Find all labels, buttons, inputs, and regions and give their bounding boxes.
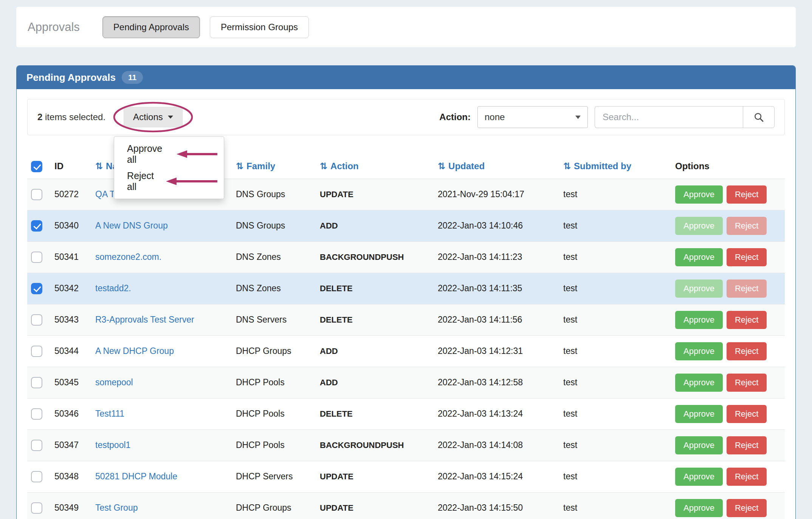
cell-submitted-by: test bbox=[559, 273, 671, 304]
search-button[interactable] bbox=[743, 106, 775, 128]
page-title: Approvals bbox=[28, 20, 80, 34]
reject-button[interactable]: Reject bbox=[727, 217, 767, 235]
row-checkbox[interactable] bbox=[31, 408, 42, 420]
approve-button[interactable]: Approve bbox=[675, 405, 723, 423]
action-select[interactable]: none bbox=[477, 106, 588, 128]
reject-button[interactable]: Reject bbox=[727, 342, 767, 360]
cell-family: DNS Groups bbox=[232, 210, 316, 241]
row-checkbox[interactable] bbox=[31, 346, 42, 357]
approve-button[interactable]: Approve bbox=[675, 311, 723, 329]
approve-button[interactable]: Approve bbox=[675, 280, 723, 298]
approve-button[interactable]: Approve bbox=[675, 342, 723, 360]
approve-button[interactable]: Approve bbox=[675, 374, 723, 392]
cell-updated: 2022-Jan-03 14:11:56 bbox=[434, 304, 559, 335]
actions-dropdown-button[interactable]: Actions bbox=[124, 107, 183, 127]
sort-icon: ⇅ bbox=[563, 161, 571, 171]
approve-button[interactable]: Approve bbox=[675, 436, 723, 454]
cell-action: DELETE bbox=[316, 398, 434, 429]
column-header-submitted-by[interactable]: ⇅Submitted by bbox=[559, 154, 671, 179]
cell-updated: 2022-Jan-03 14:15:50 bbox=[434, 492, 559, 519]
row-options: ApproveReject bbox=[675, 248, 781, 266]
column-header-action[interactable]: ⇅Action bbox=[316, 154, 434, 179]
tab-permission-groups[interactable]: Permission Groups bbox=[210, 16, 309, 38]
cell-submitted-by: test bbox=[559, 304, 671, 335]
row-options: ApproveReject bbox=[675, 280, 781, 298]
sort-icon: ⇅ bbox=[438, 161, 445, 171]
selected-suffix: items selected. bbox=[42, 112, 105, 122]
cell-id: 50345 bbox=[51, 367, 91, 398]
cell-updated: 2022-Jan-03 14:11:35 bbox=[434, 273, 559, 304]
menu-item-label: Reject all bbox=[127, 170, 163, 192]
reject-button[interactable]: Reject bbox=[727, 405, 767, 423]
cell-id: 50349 bbox=[51, 492, 91, 519]
name-link[interactable]: somezone2.com. bbox=[95, 252, 161, 262]
row-checkbox[interactable] bbox=[31, 283, 42, 294]
cell-action: UPDATE bbox=[316, 461, 434, 492]
reject-button[interactable]: Reject bbox=[727, 499, 767, 517]
row-checkbox[interactable] bbox=[31, 220, 42, 232]
reject-button[interactable]: Reject bbox=[727, 468, 767, 486]
approve-button[interactable]: Approve bbox=[675, 468, 723, 486]
row-checkbox[interactable] bbox=[31, 502, 42, 514]
cell-action: DELETE bbox=[316, 273, 434, 304]
reject-button[interactable]: Reject bbox=[727, 436, 767, 454]
reject-button[interactable]: Reject bbox=[727, 311, 767, 329]
cell-updated: 2022-Jan-03 14:12:58 bbox=[434, 367, 559, 398]
cell-submitted-by: test bbox=[559, 398, 671, 429]
column-header-family[interactable]: ⇅Family bbox=[232, 154, 316, 179]
menu-item-reject-all[interactable]: Reject all bbox=[114, 168, 224, 195]
row-options: ApproveReject bbox=[675, 374, 781, 392]
row-options: ApproveReject bbox=[675, 499, 781, 517]
reject-button[interactable]: Reject bbox=[727, 374, 767, 392]
header-tabs: Pending ApprovalsPermission Groups bbox=[102, 16, 309, 38]
cell-submitted-by: test bbox=[559, 367, 671, 398]
row-checkbox[interactable] bbox=[31, 314, 42, 326]
name-link[interactable]: 50281 DHCP Module bbox=[95, 471, 177, 481]
approve-button[interactable]: Approve bbox=[675, 248, 723, 266]
name-link[interactable]: testadd2. bbox=[95, 283, 131, 293]
row-options: ApproveReject bbox=[675, 436, 781, 454]
name-link[interactable]: A New DNS Group bbox=[95, 221, 168, 230]
row-checkbox[interactable] bbox=[31, 377, 42, 388]
search-group bbox=[595, 106, 775, 128]
column-label: Submitted by bbox=[574, 161, 631, 171]
action-select-value: none bbox=[485, 112, 505, 122]
tab-pending-approvals[interactable]: Pending Approvals bbox=[102, 16, 200, 38]
name-link[interactable]: somepool bbox=[95, 377, 133, 387]
cell-action: BACKGROUNDPUSH bbox=[316, 241, 434, 273]
arrow-annotation bbox=[166, 176, 218, 187]
approve-button[interactable]: Approve bbox=[675, 185, 723, 204]
name-link[interactable]: Test111 bbox=[95, 409, 124, 419]
table-row: 5034850281 DHCP ModuleDHCP ServersUPDATE… bbox=[27, 461, 785, 492]
approve-button[interactable]: Approve bbox=[675, 217, 723, 235]
actions-dropdown-menu: Approve allReject all bbox=[114, 136, 224, 199]
approve-button[interactable]: Approve bbox=[675, 499, 723, 517]
column-header-updated[interactable]: ⇅Updated bbox=[434, 154, 559, 179]
toolbar: 2 items selected. Actions Approve allRej… bbox=[27, 99, 785, 135]
menu-item-approve-all[interactable]: Approve all bbox=[114, 141, 224, 168]
reject-button[interactable]: Reject bbox=[727, 280, 767, 298]
row-options: ApproveReject bbox=[675, 468, 781, 486]
count-badge: 11 bbox=[122, 71, 143, 84]
reject-button[interactable]: Reject bbox=[727, 185, 767, 204]
name-link[interactable]: testpool1 bbox=[95, 440, 130, 450]
cell-id: 50348 bbox=[51, 461, 91, 492]
cell-updated: 2022-Jan-03 14:10:46 bbox=[434, 210, 559, 241]
row-checkbox[interactable] bbox=[31, 252, 42, 263]
table-row: 50340A New DNS GroupDNS GroupsADD2022-Ja… bbox=[27, 210, 785, 241]
row-checkbox[interactable] bbox=[31, 440, 42, 451]
cell-submitted-by: test bbox=[559, 179, 671, 210]
cell-submitted-by: test bbox=[559, 429, 671, 461]
name-link[interactable]: R3-Approvals Test Server bbox=[95, 315, 194, 324]
cell-updated: 2022-Jan-03 14:14:08 bbox=[434, 429, 559, 461]
cell-updated: 2022-Jan-03 14:13:24 bbox=[434, 398, 559, 429]
select-all-checkbox[interactable] bbox=[31, 161, 42, 172]
row-checkbox[interactable] bbox=[31, 189, 42, 200]
column-label: Action bbox=[330, 161, 359, 171]
selected-count: 2 bbox=[37, 112, 42, 122]
row-checkbox[interactable] bbox=[31, 471, 42, 482]
search-input[interactable] bbox=[595, 106, 743, 128]
reject-button[interactable]: Reject bbox=[727, 248, 767, 266]
name-link[interactable]: A New DHCP Group bbox=[95, 346, 174, 356]
name-link[interactable]: Test Group bbox=[95, 503, 138, 513]
